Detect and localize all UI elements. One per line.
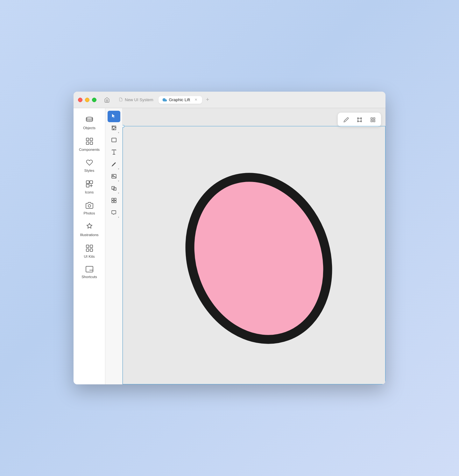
blob-shape[interactable]: [173, 160, 351, 351]
app-window: New UI System Graphic Lift ✕ +: [74, 92, 385, 384]
svg-rect-6: [90, 181, 93, 184]
tab-label: Graphic Lift: [169, 97, 190, 102]
sidebar-item-objects[interactable]: Objects: [76, 113, 103, 133]
svg-point-0: [86, 117, 93, 119]
canvas-area: [123, 108, 385, 384]
tool-rectangle[interactable]: [108, 135, 120, 146]
sidebar-item-styles[interactable]: Styles: [76, 156, 103, 176]
grid-tool-button[interactable]: [368, 115, 378, 125]
canvas-toolbar: [338, 113, 381, 127]
minimize-button[interactable]: [85, 98, 89, 102]
insert-icon: [111, 125, 117, 132]
components-label: Components: [79, 148, 100, 151]
cloud-icon: [162, 97, 167, 102]
dropdown-arrow: ▼: [118, 168, 120, 170]
sidebar-item-illustrations[interactable]: Illustrations: [76, 220, 103, 240]
svg-point-35: [173, 160, 350, 351]
icons-label: Icons: [85, 190, 94, 194]
tab-close-button[interactable]: ✕: [193, 97, 198, 102]
shape-container: [138, 126, 385, 384]
svg-point-8: [88, 205, 91, 207]
sidebar-item-icons[interactable]: Icons: [76, 177, 103, 197]
svg-rect-13: [86, 266, 93, 272]
bounding-box-tool-button[interactable]: [354, 115, 364, 125]
doc-icon: [119, 97, 123, 102]
ui-kits-label: UI Kits: [84, 255, 95, 258]
svg-rect-12: [90, 249, 93, 251]
svg-rect-9: [86, 245, 89, 248]
close-button[interactable]: [78, 98, 82, 102]
svg-rect-2: [90, 138, 93, 141]
add-tab-button[interactable]: +: [203, 96, 212, 104]
components-icon: [86, 137, 93, 146]
sidebar-item-components[interactable]: Components: [76, 134, 103, 155]
titlebar: New UI System Graphic Lift ✕ +: [74, 92, 385, 108]
illustrations-label: Illustrations: [80, 233, 98, 237]
tab-new-ui-system[interactable]: New UI System: [115, 96, 157, 104]
maximize-button[interactable]: [92, 98, 96, 102]
svg-rect-4: [90, 142, 93, 144]
tool-pen[interactable]: ▼: [108, 159, 120, 171]
illustrations-icon: [86, 223, 93, 232]
tool-select[interactable]: [108, 111, 120, 122]
sidebar-item-shortcuts[interactable]: Shortcuts: [76, 263, 103, 282]
tab-label: New UI System: [125, 97, 153, 102]
svg-rect-24: [114, 198, 116, 200]
dropdown-arrow: ▼: [118, 132, 120, 134]
svg-rect-31: [371, 118, 372, 119]
traffic-lights: [78, 98, 96, 102]
tab-bar: New UI System Graphic Lift ✕ +: [115, 96, 381, 104]
styles-label: Styles: [84, 169, 94, 172]
svg-rect-32: [373, 118, 375, 119]
svg-rect-15: [112, 138, 116, 142]
pen-icon: [111, 162, 116, 168]
sidebar: Objects Components: [74, 108, 105, 384]
photos-label: Photos: [84, 211, 95, 215]
pencil-tool-button[interactable]: [341, 115, 351, 125]
rectangle-icon: [111, 138, 117, 144]
home-button[interactable]: [104, 97, 110, 103]
ui-kits-icon: [86, 244, 93, 253]
tool-image[interactable]: ▼: [108, 171, 120, 183]
photos-icon: [86, 202, 93, 210]
tab-graphic-lift[interactable]: Graphic Lift ✕: [159, 96, 202, 104]
tool-component[interactable]: [108, 195, 120, 207]
dropdown-arrow: ▼: [118, 216, 120, 218]
styles-icon: [86, 159, 93, 167]
dropdown-arrow: ▼: [118, 192, 120, 194]
svg-rect-25: [112, 201, 114, 203]
main-content: Objects Components: [74, 108, 385, 384]
icons-icon: [86, 180, 93, 189]
svg-rect-7: [86, 184, 89, 187]
shortcuts-label: Shortcuts: [81, 275, 97, 279]
selection-handle-tl[interactable]: [123, 125, 124, 128]
svg-rect-5: [86, 181, 89, 184]
text-icon: [112, 150, 116, 156]
objects-icon: [86, 116, 93, 125]
sidebar-item-ui-kits[interactable]: UI Kits: [76, 241, 103, 262]
tool-text[interactable]: [108, 147, 120, 158]
svg-rect-1: [86, 138, 89, 141]
shortcuts-icon: [86, 266, 93, 274]
svg-rect-10: [90, 245, 93, 248]
svg-rect-11: [86, 249, 89, 251]
dropdown-arrow: ▼: [118, 180, 120, 182]
image-icon: [111, 174, 117, 180]
svg-marker-14: [112, 114, 115, 118]
objects-label: Objects: [83, 126, 95, 130]
comment-icon: [111, 210, 116, 216]
svg-rect-26: [114, 201, 116, 203]
sidebar-item-photos[interactable]: Photos: [76, 199, 103, 218]
svg-rect-33: [371, 120, 372, 122]
shape-icon: [111, 186, 117, 192]
component-icon: [111, 198, 117, 204]
tool-shape[interactable]: ▼: [108, 183, 120, 195]
tool-panel: ▼: [105, 108, 123, 384]
svg-rect-34: [373, 120, 375, 122]
select-icon: [111, 113, 117, 120]
tool-insert[interactable]: ▼: [108, 123, 120, 134]
svg-rect-3: [86, 142, 89, 144]
tool-comment[interactable]: ▼: [108, 207, 120, 219]
svg-rect-23: [112, 198, 114, 200]
svg-line-18: [115, 163, 115, 164]
